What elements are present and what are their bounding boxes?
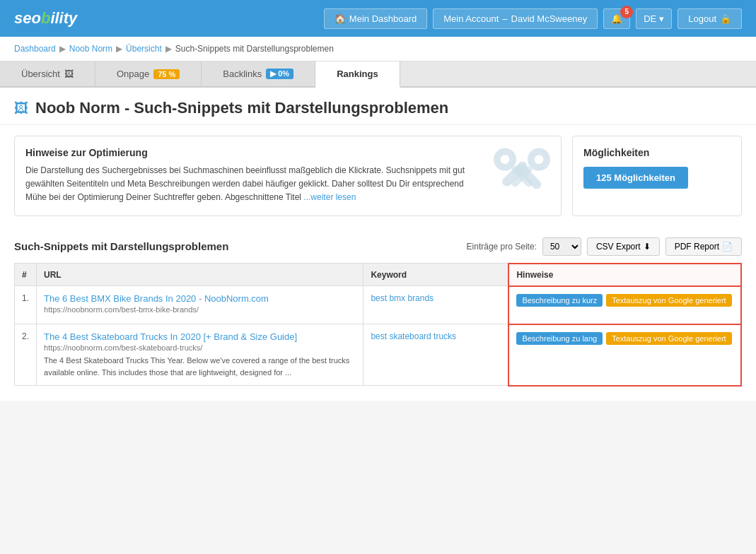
breadcrumb-sep-2: ▶: [116, 44, 122, 54]
tab-onpage[interactable]: Onpage 75 %: [95, 61, 202, 86]
table-row: 2.The 4 Best Skateboard Trucks In 2020 […: [15, 324, 742, 386]
logout-label: Logout: [688, 13, 716, 24]
cell-url: The 4 Best Skateboard Trucks In 2020 [+ …: [37, 324, 364, 386]
table-row: 1.The 6 Best BMX Bike Brands In 2020 - N…: [15, 286, 742, 324]
col-header-num: #: [15, 264, 37, 286]
notification-badge: 5: [620, 6, 633, 18]
url-title-link[interactable]: The 6 Best BMX Bike Brands In 2020 - Noo…: [44, 293, 356, 304]
csv-export-button[interactable]: CSV Export ⬇: [587, 237, 660, 256]
breadcrumb-dashboard[interactable]: Dashboard: [14, 44, 56, 54]
breadcrumb-current: Such-Snippets mit Darstellungsproblemen: [175, 44, 334, 54]
pdf-report-button[interactable]: PDF Report 📄: [665, 237, 742, 256]
hint-tag: Textauszug von Google generiert: [606, 294, 731, 307]
svg-point-1: [497, 151, 513, 167]
url-title-link[interactable]: The 4 Best Skateboard Trucks In 2020 [+ …: [44, 331, 356, 342]
breadcrumb-sep-1: ▶: [59, 44, 66, 54]
per-page-select[interactable]: 50 25 100: [542, 237, 581, 256]
keyword-link[interactable]: best skateboard trucks: [371, 331, 456, 341]
cell-hints: Beschreibung zu kurzTextauszug von Googl…: [508, 286, 741, 324]
download-icon: ⬇: [644, 242, 651, 252]
header-nav: 🏠 Mein Dashboard Mein Account – David Mc…: [324, 8, 742, 29]
cell-hints: Beschreibung zu langTextauszug von Googl…: [508, 324, 741, 386]
page-title-icon: 🖼: [14, 100, 28, 117]
backlinks-badge: ▶ 0%: [266, 69, 293, 79]
entries-label: Einträge pro Seite:: [467, 242, 537, 252]
url-display: https://noobnorm.com/best-bmx-bike-brand…: [44, 305, 356, 314]
hint-tags: Beschreibung zu langTextauszug von Googl…: [516, 332, 733, 345]
col-header-hints: Hinweise: [508, 264, 741, 286]
account-separator: –: [502, 13, 507, 24]
cell-keyword: best bmx brands: [364, 286, 509, 324]
tools-icon: [494, 147, 550, 204]
tab-rankings[interactable]: Rankings: [315, 61, 400, 88]
cell-num: 2.: [15, 324, 37, 386]
table-controls: Einträge pro Seite: 50 25 100 CSV Export…: [467, 237, 742, 256]
table-title: Such-Snippets mit Darstellungsproblemen: [14, 240, 228, 252]
tab-onpage-label: Onpage: [117, 69, 149, 79]
tab-uebersicht-label: Übersicht: [21, 69, 60, 79]
row-description: The 4 Best Skateboard Trucks This Year. …: [44, 356, 349, 377]
tab-backlinks[interactable]: Backlinks ▶ 0%: [202, 61, 315, 86]
tab-uebersicht[interactable]: Übersicht 🖼: [0, 61, 95, 86]
account-button[interactable]: Mein Account – David McSweeney: [433, 8, 598, 29]
info-card-icon: [494, 147, 550, 204]
tab-rankings-label: Rankings: [337, 69, 378, 79]
csv-label: CSV Export: [596, 242, 641, 252]
cell-url: The 6 Best BMX Bike Brands In 2020 - Noo…: [37, 286, 364, 324]
main-content: 🖼 Noob Norm - Such-Snippets mit Darstell…: [0, 88, 756, 401]
hint-tag: Beschreibung zu lang: [516, 332, 603, 345]
col-header-url: URL: [37, 264, 364, 286]
lang-label: DE: [644, 13, 656, 24]
dashboard-label: Mein Dashboard: [349, 13, 417, 24]
table-header: Such-Snippets mit Darstellungsproblemen …: [14, 227, 742, 263]
svg-point-3: [531, 151, 547, 167]
hint-tags: Beschreibung zu kurzTextauszug von Googl…: [516, 294, 733, 307]
info-section: Hinweise zur Optimierung Die Darstellung…: [0, 125, 756, 227]
tabs-bar: Übersicht 🖼 Onpage 75 % Backlinks ▶ 0% R…: [0, 61, 756, 88]
language-selector[interactable]: DE ▾: [636, 8, 672, 29]
image-icon: 🖼: [64, 69, 74, 79]
opportunities-card: Möglichkeiten 125 Möglichkeiten: [572, 136, 742, 216]
notifications-button[interactable]: 🔔 5: [603, 8, 630, 29]
header: seobility 🏠 Mein Dashboard Mein Account …: [0, 0, 756, 37]
opportunities-title: Möglichkeiten: [583, 147, 649, 158]
breadcrumb-noob-norm[interactable]: Noob Norm: [69, 44, 112, 54]
tab-backlinks-label: Backlinks: [223, 69, 262, 79]
keyword-link[interactable]: best bmx brands: [371, 293, 434, 303]
home-icon: 🏠: [335, 13, 346, 24]
account-label: Mein Account: [443, 13, 499, 24]
info-card: Hinweise zur Optimierung Die Darstellung…: [14, 136, 562, 216]
info-card-body: Die Darstellung des Suchergebnisses bei …: [25, 164, 483, 205]
data-table: # URL Keyword Hinweise 1.The 6 Best BMX …: [14, 263, 742, 387]
lock-icon: 🔒: [720, 13, 731, 24]
page-title: Noob Norm - Such-Snippets mit Darstellun…: [35, 99, 448, 117]
onpage-badge: 75 %: [153, 69, 180, 79]
breadcrumb-sep-3: ▶: [165, 44, 172, 54]
logout-button[interactable]: Logout 🔒: [678, 8, 742, 29]
pdf-label: PDF Report: [675, 242, 719, 252]
dashboard-button[interactable]: 🏠 Mein Dashboard: [324, 8, 427, 29]
chevron-down-icon: ▾: [659, 13, 664, 24]
breadcrumb: Dashboard ▶ Noob Norm ▶ Übersicht ▶ Such…: [0, 37, 756, 61]
logo: seobility: [14, 9, 77, 28]
page-title-bar: 🖼 Noob Norm - Such-Snippets mit Darstell…: [0, 88, 756, 125]
url-display: https://noobnorm.com/best-skateboard-tru…: [44, 343, 356, 352]
file-icon: 📄: [722, 242, 733, 252]
cell-num: 1.: [15, 286, 37, 324]
col-header-keyword: Keyword: [364, 264, 509, 286]
hint-tag: Textauszug von Google generiert: [606, 332, 731, 345]
read-more-link[interactable]: ...weiter lesen: [303, 192, 356, 202]
opportunities-button[interactable]: 125 Möglichkeiten: [583, 167, 688, 189]
info-card-text: Hinweise zur Optimierung Die Darstellung…: [25, 147, 483, 205]
breadcrumb-uebersicht[interactable]: Übersicht: [126, 44, 162, 54]
table-section: Such-Snippets mit Darstellungsproblemen …: [0, 227, 756, 401]
cell-keyword: best skateboard trucks: [364, 324, 509, 386]
hint-tag: Beschreibung zu kurz: [516, 294, 603, 307]
account-user: David McSweeney: [511, 13, 588, 24]
info-card-title: Hinweise zur Optimierung: [25, 147, 483, 158]
